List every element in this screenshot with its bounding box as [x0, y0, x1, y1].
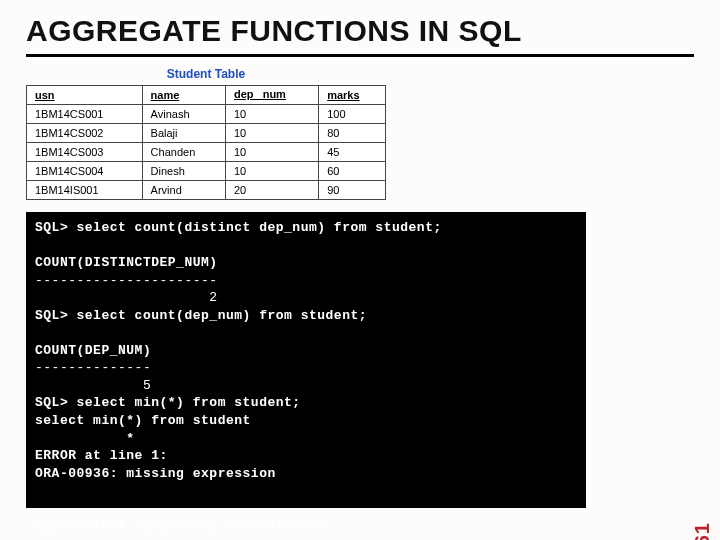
- col-name: name: [142, 86, 225, 105]
- cell-marks: 80: [319, 124, 386, 143]
- term-line: select min(*) from student: [35, 413, 251, 428]
- cell-dep: 10: [225, 143, 318, 162]
- table-row: 1BM14CS002 Balaji 10 80: [27, 124, 386, 143]
- cell-name: Dinesh: [142, 162, 225, 181]
- term-line: SQL> select count(dep_num) from student;: [35, 308, 367, 323]
- cell-name: Arvind: [142, 181, 225, 200]
- cell-name: Balaji: [142, 124, 225, 143]
- col-dep-num: dep_ num: [225, 86, 318, 105]
- page-number: 61: [691, 522, 714, 540]
- slide: AGGREGATE FUNCTIONS IN SQL Student Table…: [0, 0, 720, 540]
- cell-usn: 1BM14IS001: [27, 181, 143, 200]
- table-caption: Student Table: [26, 67, 386, 81]
- table-row: 1BM14CS004 Dinesh 10 60: [27, 162, 386, 181]
- cell-dep: 10: [225, 105, 318, 124]
- cell-usn: 1BM14CS001: [27, 105, 143, 124]
- student-table-block: Student Table usn name dep_ num marks 1B…: [26, 67, 386, 200]
- cell-dep: 10: [225, 124, 318, 143]
- sql-terminal: SQL> select count(distinct dep_num) from…: [26, 212, 586, 508]
- table-row: 1BM14CS001 Avinash 10 100: [27, 105, 386, 124]
- term-line: SQL> select min(*) from student;: [35, 395, 301, 410]
- cell-usn: 1BM14CS004: [27, 162, 143, 181]
- table-row: 1BM14CS003 Chanden 10 45: [27, 143, 386, 162]
- term-line: --------------: [35, 360, 151, 375]
- term-line: ORA-00936: missing expression: [35, 466, 276, 481]
- cell-name: Chanden: [142, 143, 225, 162]
- term-line: SQL> select min(marks) from student;: [35, 518, 334, 533]
- col-usn: usn: [27, 86, 143, 105]
- cell-name: Avinash: [142, 105, 225, 124]
- col-marks: marks: [319, 86, 386, 105]
- cell-marks: 90: [319, 181, 386, 200]
- table-row: 1BM14IS001 Arvind 20 90: [27, 181, 386, 200]
- term-line: *: [35, 431, 135, 446]
- term-line: COUNT(DISTINCTDEP_NUM): [35, 255, 218, 270]
- term-line: COUNT(DEP_NUM): [35, 343, 151, 358]
- cell-dep: 10: [225, 162, 318, 181]
- cell-marks: 45: [319, 143, 386, 162]
- page-title: AGGREGATE FUNCTIONS IN SQL: [26, 14, 694, 48]
- cell-dep: 20: [225, 181, 318, 200]
- term-line: ERROR at line 1:: [35, 448, 168, 463]
- term-line: SQL> select count(distinct dep_num) from…: [35, 220, 442, 235]
- title-divider: [26, 54, 694, 57]
- term-line: 5: [35, 378, 151, 393]
- cell-usn: 1BM14CS003: [27, 143, 143, 162]
- table-header-row: usn name dep_ num marks: [27, 86, 386, 105]
- student-table: usn name dep_ num marks 1BM14CS001 Avina…: [26, 85, 386, 200]
- term-line: ----------------------: [35, 273, 218, 288]
- cell-marks: 100: [319, 105, 386, 124]
- cell-usn: 1BM14CS002: [27, 124, 143, 143]
- term-line: 2: [35, 290, 218, 305]
- cell-marks: 60: [319, 162, 386, 181]
